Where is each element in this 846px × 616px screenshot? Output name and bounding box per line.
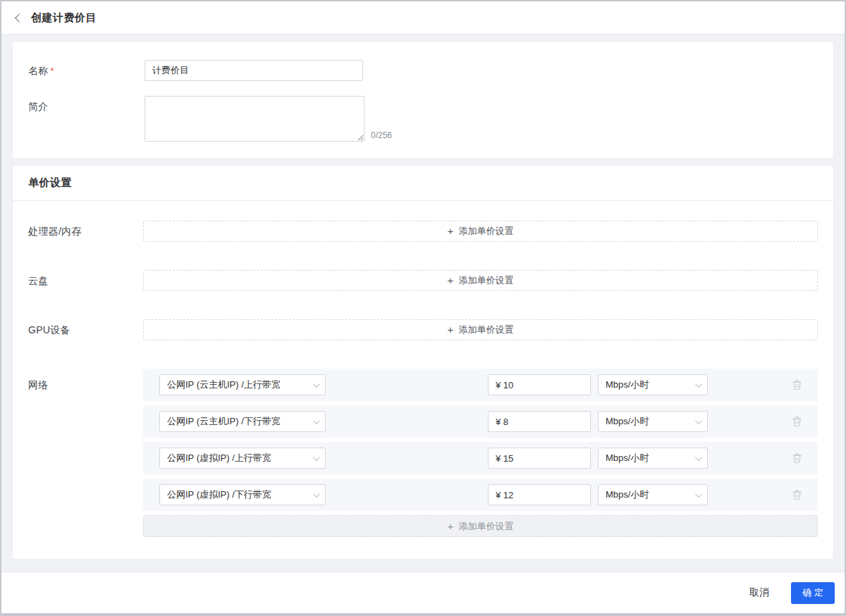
create-billing-price-page: 创建计费价目 名称* 简介 0/256 单价设置 [0,0,846,616]
price-input[interactable] [488,484,591,505]
unit-select[interactable]: Mbps/小时 [598,484,708,505]
network-price-row: 公网IP (云主机IP) /上行带宽 Mbps/小时 [143,369,818,401]
name-row: 名称* [28,60,818,82]
category-label-cloud-disk: 云盘 [28,270,143,291]
chevron-down-icon [313,417,320,424]
price-input[interactable] [488,448,591,469]
network-price-row: 公网IP (虚拟IP) /下行带宽 Mbps/小时 [143,479,818,511]
name-field-label: 名称* [28,60,145,82]
confirm-button[interactable]: 确 定 [791,582,835,604]
delete-row-button[interactable] [790,414,804,429]
add-button-label: 添加单价设置 [458,225,513,238]
chevron-down-icon [313,454,320,461]
required-asterisk: * [51,66,54,76]
plus-icon: + [448,226,454,236]
category-label-cpu-memory: 处理器/内存 [28,221,143,242]
add-unit-price-button-cpu-memory[interactable]: + 添加单价设置 [143,221,818,242]
plus-icon: + [448,275,454,285]
trash-icon [792,379,802,390]
chevron-down-icon [313,381,320,388]
unit-select[interactable]: Mbps/小时 [598,374,708,395]
unit-select[interactable]: Mbps/小时 [598,448,708,469]
gpu-control: + 添加单价设置 [143,319,818,340]
cloud-disk-control: + 添加单价设置 [143,270,818,291]
unit-price-section-title: 单价设置 [28,176,72,190]
category-label-gpu: GPU设备 [28,319,143,340]
char-counter: 0/256 [371,130,392,142]
add-button-label: 添加单价设置 [458,520,513,533]
add-unit-price-button-gpu[interactable]: + 添加单价设置 [143,319,818,340]
delete-row-button[interactable] [790,451,804,465]
unit-price-section-body: 处理器/内存 + 添加单价设置 云盘 + 添加单价设置 [13,201,833,537]
cpu-memory-control: + 添加单价设置 [143,221,818,242]
add-unit-price-button-network[interactable]: + 添加单价设置 [143,515,818,537]
unit-select[interactable]: Mbps/小时 [598,411,708,432]
unit-value: Mbps/小时 [606,378,649,391]
bandwidth-type-select[interactable]: 公网IP (云主机IP) /下行带宽 [159,411,326,432]
trash-icon [792,489,802,500]
bandwidth-type-select[interactable]: 公网IP (虚拟IP) /上行带宽 [159,448,326,469]
trash-icon [792,416,802,427]
description-label: 简介 [28,96,145,117]
page-title: 创建计费价目 [31,11,97,25]
bandwidth-type-select[interactable]: 公网IP (虚拟IP) /下行带宽 [159,484,326,505]
unit-price-section-header: 单价设置 [13,166,833,201]
name-label-text: 名称 [28,65,49,76]
bandwidth-type-select[interactable]: 公网IP (云主机IP) /上行带宽 [159,374,326,395]
back-button[interactable] [15,13,24,23]
description-textarea[interactable] [145,96,364,142]
name-input[interactable] [145,60,363,81]
bandwidth-type-value: 公网IP (虚拟IP) /上行带宽 [167,452,271,464]
bandwidth-type-value: 公网IP (云主机IP) /上行带宽 [167,378,281,391]
chevron-down-icon [695,381,702,388]
unit-value: Mbps/小时 [606,415,649,428]
unit-price-card: 单价设置 处理器/内存 + 添加单价设置 云盘 [12,165,834,560]
add-button-label: 添加单价设置 [458,324,513,336]
chevron-down-icon [313,491,320,498]
cloud-disk-row: 云盘 + 添加单价设置 [28,270,818,291]
cpu-memory-row: 处理器/内存 + 添加单价设置 [28,221,818,242]
unit-value: Mbps/小时 [606,488,649,501]
bandwidth-type-value: 公网IP (云主机IP) /下行带宽 [167,415,281,428]
chevron-down-icon [695,417,702,424]
cancel-button[interactable]: 取消 [747,582,772,603]
page-header: 创建计费价目 [1,1,845,35]
network-rows: 公网IP (云主机IP) /上行带宽 Mbps/小时 公网IP (云主机IP) … [143,369,818,511]
chevron-down-icon [695,454,702,461]
trash-icon [792,452,802,464]
unit-value: Mbps/小时 [606,452,649,464]
description-row: 简介 0/256 [28,96,818,142]
basic-info-card: 名称* 简介 0/256 [12,41,834,159]
description-wrap: 0/256 [145,96,392,142]
add-unit-price-button-cloud-disk[interactable]: + 添加单价设置 [143,270,818,291]
delete-row-button[interactable] [790,488,804,502]
price-input[interactable] [488,374,591,395]
plus-icon: + [448,324,454,335]
network-price-row: 公网IP (云主机IP) /下行带宽 Mbps/小时 [143,405,818,438]
category-label-network: 网络 [28,369,143,395]
network-price-row: 公网IP (虚拟IP) /上行带宽 Mbps/小时 [143,442,818,474]
chevron-down-icon [695,491,702,498]
network-control: 公网IP (云主机IP) /上行带宽 Mbps/小时 公网IP (云主机IP) … [143,369,818,537]
page-body: 名称* 简介 0/256 单价设置 处理器/内存 [1,35,845,572]
delete-row-button[interactable] [790,378,804,392]
bandwidth-type-value: 公网IP (虚拟IP) /下行带宽 [167,488,271,501]
plus-icon: + [448,521,454,531]
price-input[interactable] [488,411,591,432]
gpu-row: GPU设备 + 添加单价设置 [28,319,818,340]
network-row-group: 网络 公网IP (云主机IP) /上行带宽 Mbps/小时 公网IP [28,369,818,537]
add-button-label: 添加单价设置 [458,274,513,287]
page-footer: 取消 确 定 [1,572,845,613]
